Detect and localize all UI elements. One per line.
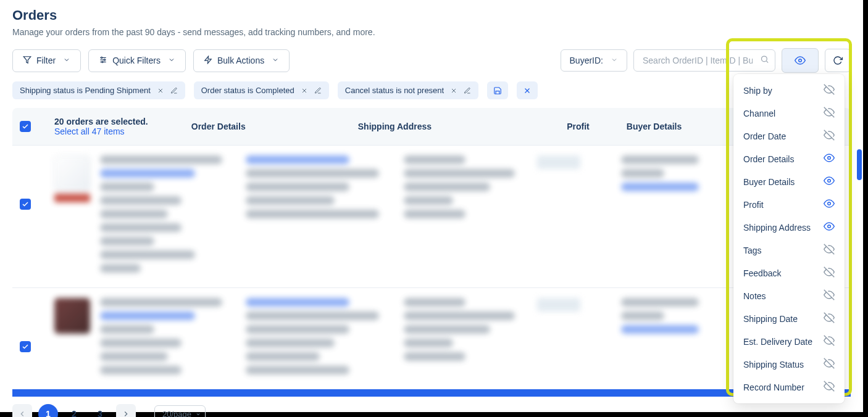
- quick-filters-label: Quick Filters: [112, 56, 161, 65]
- column-toggle-label: Notes: [743, 291, 766, 301]
- bulk-actions-button[interactable]: Bulk Actions: [193, 49, 290, 72]
- svg-point-22: [828, 157, 831, 160]
- column-toggle-item[interactable]: Shipping Address: [733, 216, 845, 239]
- buyer-id-select[interactable]: BuyerID:: [561, 49, 627, 72]
- column-toggle-item[interactable]: Order Details: [733, 147, 845, 170]
- chip-label: Shipping status is Pending Shipment: [20, 86, 151, 95]
- edit-chip-icon[interactable]: [170, 87, 178, 94]
- column-toggle-item[interactable]: Profit: [733, 193, 845, 216]
- svg-point-8: [762, 56, 767, 62]
- column-toggle-item[interactable]: Ship by: [733, 79, 845, 102]
- table-header: 20 orders are selected. Select all 47 it…: [12, 108, 851, 145]
- svg-line-9: [766, 61, 768, 63]
- chevron-down-icon: [168, 56, 175, 65]
- eye-off-icon: [824, 107, 835, 120]
- column-header-buyer-details[interactable]: Buyer Details: [627, 122, 682, 131]
- next-page-button[interactable]: [116, 404, 136, 417]
- column-toggle-item[interactable]: Order Date: [733, 125, 845, 147]
- column-toggle-label: Tags: [743, 246, 762, 255]
- eye-off-icon: [824, 289, 835, 302]
- column-toggle-item[interactable]: Feedback: [733, 262, 845, 284]
- page-2[interactable]: 2: [64, 404, 84, 417]
- column-toggle-label: Shipping Status: [743, 360, 804, 370]
- column-visibility-dropdown: Ship byChannelOrder DateOrder DetailsBuy…: [733, 74, 845, 403]
- column-toggle-item[interactable]: Notes: [733, 284, 845, 307]
- table-row: [12, 287, 851, 389]
- column-toggle-item[interactable]: Buyer Details: [733, 170, 845, 193]
- product-thumbnail: [54, 155, 90, 191]
- edit-chip-icon[interactable]: [464, 87, 471, 94]
- table-row: [12, 145, 851, 287]
- column-header-shipping-address[interactable]: Shipping Address: [358, 122, 515, 131]
- eye-icon: [824, 198, 835, 211]
- chevron-down-icon: [611, 56, 618, 65]
- column-header-profit[interactable]: Profit: [515, 122, 590, 131]
- eye-off-icon: [824, 130, 835, 142]
- column-toggle-label: Channel: [743, 109, 775, 118]
- filter-button[interactable]: Filter: [12, 49, 81, 72]
- select-all-link[interactable]: Select all 47 items: [54, 126, 148, 136]
- search-input[interactable]: [633, 49, 775, 72]
- selection-count: 20 orders are selected.: [54, 117, 148, 126]
- column-toggle-item[interactable]: Channel: [733, 102, 845, 125]
- row-checkbox[interactable]: [20, 341, 31, 352]
- toolbar: Filter Quick Filters Bulk Actions: [12, 48, 851, 73]
- remove-chip-icon[interactable]: [301, 87, 308, 94]
- column-toggle-label: Feedback: [743, 268, 781, 278]
- eye-icon: [824, 175, 835, 188]
- svg-point-10: [799, 59, 802, 62]
- column-toggle-label: Buyer Details: [743, 177, 795, 187]
- bulk-actions-label: Bulk Actions: [217, 56, 264, 65]
- row-checkbox[interactable]: [20, 199, 31, 210]
- column-toggle-item[interactable]: Tags: [733, 239, 845, 262]
- svg-point-23: [828, 180, 831, 183]
- column-toggle-item[interactable]: Shipping Status: [733, 353, 845, 376]
- remove-chip-icon[interactable]: [157, 87, 164, 94]
- eye-off-icon: [824, 312, 835, 325]
- svg-marker-7: [205, 56, 212, 64]
- column-toggle-item[interactable]: Record Number: [733, 376, 845, 398]
- filter-chip-order-status: Order status is Completed: [194, 81, 329, 99]
- column-toggle-label: Shipping Address: [743, 223, 811, 233]
- column-toggle-item[interactable]: Shipping Date: [733, 307, 845, 330]
- svg-point-6: [102, 61, 103, 62]
- prev-page-button[interactable]: [12, 404, 32, 417]
- search-icon: [760, 55, 769, 67]
- orders-table: 20 orders are selected. Select all 47 it…: [12, 108, 851, 417]
- svg-marker-0: [23, 56, 31, 63]
- pagination: 1 2 3 20/page: [12, 397, 851, 417]
- svg-point-24: [828, 202, 831, 205]
- column-toggle-label: Ship by: [743, 86, 772, 96]
- refresh-button[interactable]: [825, 49, 851, 72]
- eye-off-icon: [824, 84, 835, 97]
- clear-filters-button[interactable]: [517, 81, 538, 99]
- eye-icon: [824, 152, 835, 165]
- filter-icon: [23, 56, 31, 66]
- svg-point-5: [104, 59, 105, 60]
- page-1[interactable]: 1: [38, 404, 58, 417]
- vertical-scrollbar[interactable]: [857, 149, 862, 180]
- column-toggle-label: Record Number: [743, 382, 804, 392]
- svg-point-25: [828, 225, 831, 228]
- quick-filters-button[interactable]: Quick Filters: [88, 49, 186, 72]
- eye-off-icon: [824, 358, 835, 371]
- column-visibility-button[interactable]: [782, 48, 819, 73]
- horizontal-scrollbar[interactable]: [12, 389, 851, 397]
- column-toggle-label: Order Details: [743, 154, 794, 164]
- save-filter-button[interactable]: [487, 81, 508, 99]
- chip-label: Order status is Completed: [201, 86, 294, 95]
- column-header-order-details[interactable]: Order Details: [191, 122, 358, 131]
- product-badge: [54, 194, 90, 202]
- search-group: BuyerID:: [561, 48, 851, 73]
- column-toggle-item[interactable]: Est. Delivery Date: [733, 330, 845, 353]
- select-all-checkbox[interactable]: [20, 121, 31, 132]
- page-3[interactable]: 3: [90, 404, 110, 417]
- chip-label: Cancel status is not present: [345, 86, 444, 95]
- edit-chip-icon[interactable]: [314, 87, 322, 94]
- remove-chip-icon[interactable]: [450, 87, 457, 94]
- svg-point-4: [101, 57, 102, 58]
- chevron-down-icon: [63, 56, 70, 65]
- column-toggle-label: Est. Delivery Date: [743, 337, 812, 347]
- column-toggle-label: Order Date: [743, 131, 786, 141]
- page-size-select[interactable]: 20/page: [154, 405, 206, 418]
